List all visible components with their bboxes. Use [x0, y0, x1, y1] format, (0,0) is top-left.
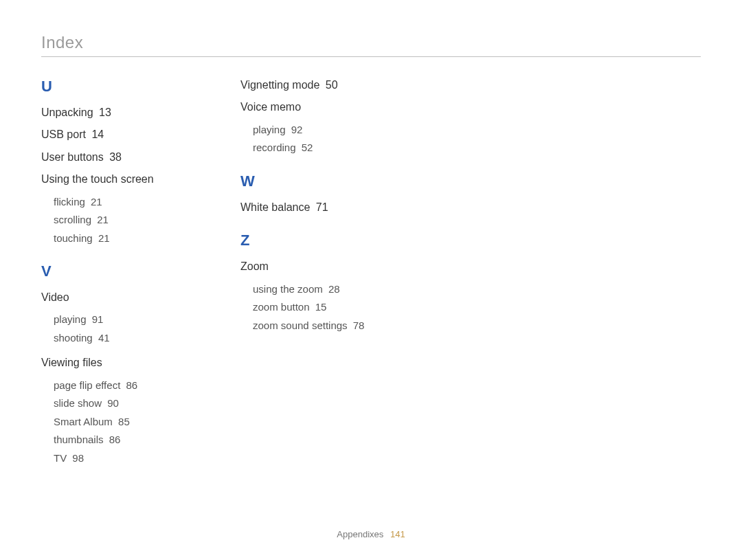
footer-page-number: 141: [390, 529, 405, 539]
subentry-page: 21: [91, 196, 102, 208]
subentry-label: thumbnails: [54, 434, 104, 445]
subentry-label: slide show: [54, 397, 102, 409]
index-entry-viewing-files: Viewing files: [41, 355, 199, 370]
index-entry-white-balance[interactable]: White balance 71: [240, 200, 398, 215]
subentry-using-zoom[interactable]: using the zoom 28: [253, 282, 398, 298]
subentry-zoom-sound[interactable]: zoom sound settings 78: [253, 318, 398, 334]
subentry-video-shooting[interactable]: shooting 41: [54, 331, 199, 346]
subentry-label: zoom sound settings: [253, 320, 348, 331]
entry-label: Zoom: [240, 260, 269, 272]
subentry-vm-playing[interactable]: playing 92: [253, 122, 398, 138]
subentry-page: 41: [98, 332, 110, 344]
subentry-page: 78: [353, 320, 365, 331]
entry-label: Viewing files: [41, 357, 102, 368]
column-1: U Unpacking 13 USB port 14 User buttons …: [41, 78, 199, 475]
entry-label: Unpacking: [41, 107, 93, 118]
page-footer: Appendixes 141: [0, 529, 742, 539]
subgroup-touch-screen: flicking 21 scrolling 21 touching 21: [41, 194, 199, 247]
subentry-label: using the zoom: [253, 283, 323, 295]
index-page: Index U Unpacking 13 USB port 14 User bu…: [0, 0, 742, 560]
index-entry-zoom: Zoom: [240, 259, 398, 274]
subentry-page: 15: [315, 301, 327, 313]
entry-page: 13: [99, 107, 111, 118]
entry-label: Vignetting mode: [240, 79, 319, 91]
subentry-label: page flip effect: [54, 379, 120, 391]
subentry-thumbnails[interactable]: thumbnails 86: [54, 432, 199, 448]
column-2: Vignetting mode 50 Voice memo playing 92…: [240, 78, 398, 475]
subentry-page: 92: [291, 124, 303, 135]
subentry-scrolling[interactable]: scrolling 21: [54, 212, 199, 228]
entry-page: 50: [326, 79, 338, 91]
subentry-label: TV: [54, 452, 67, 464]
index-entry-user-buttons[interactable]: User buttons 38: [41, 150, 199, 165]
subentry-label: playing: [253, 124, 286, 135]
subentry-page: 91: [92, 313, 104, 325]
subentry-page: 86: [109, 434, 121, 445]
subentry-label: scrolling: [54, 214, 91, 225]
subentry-label: recording: [253, 142, 296, 153]
entry-label: White balance: [240, 201, 310, 213]
subentry-label: zoom button: [253, 301, 310, 313]
entry-page: 14: [91, 128, 104, 140]
header-rule: [41, 56, 701, 57]
entry-label: Voice memo: [240, 101, 301, 113]
subentry-label: flicking: [54, 196, 85, 208]
subentry-page: 90: [107, 397, 119, 409]
subentry-flicking[interactable]: flicking 21: [54, 194, 199, 210]
entry-label: Using the touch screen: [41, 173, 154, 185]
subentry-label: touching: [54, 232, 93, 244]
subentry-page: 85: [118, 416, 130, 427]
index-entry-video: Video: [41, 290, 199, 305]
subentry-zoom-button[interactable]: zoom button 15: [253, 300, 398, 315]
subentry-label: playing: [54, 313, 87, 325]
subentry-page: 86: [126, 379, 137, 391]
entry-label: Video: [41, 291, 69, 303]
index-columns: U Unpacking 13 USB port 14 User buttons …: [41, 78, 701, 475]
subentry-page: 98: [72, 452, 84, 464]
subentry-page: 21: [98, 232, 110, 244]
subgroup-voice-memo: playing 92 recording 52: [240, 122, 398, 156]
subentry-smart-album[interactable]: Smart Album 85: [54, 414, 199, 430]
letter-heading-z: Z: [240, 232, 398, 249]
subentry-video-playing[interactable]: playing 91: [54, 312, 199, 328]
subentry-label: Smart Album: [54, 416, 113, 427]
index-entry-voice-memo: Voice memo: [240, 100, 398, 115]
subentry-touching[interactable]: touching 21: [54, 231, 199, 247]
letter-heading-u: U: [41, 78, 199, 96]
subgroup-viewing-files: page flip effect 86 slide show 90 Smart …: [41, 378, 199, 467]
entry-label: User buttons: [41, 151, 104, 163]
subentry-slide-show[interactable]: slide show 90: [54, 396, 199, 412]
letter-heading-w: W: [240, 172, 398, 190]
subentry-page: 28: [328, 283, 340, 295]
subentry-vm-recording[interactable]: recording 52: [253, 140, 398, 156]
entry-label: USB port: [41, 128, 86, 140]
index-entry-touch-screen: Using the touch screen: [41, 172, 199, 187]
entry-page: 71: [316, 201, 328, 213]
footer-section: Appendixes: [337, 529, 383, 539]
index-entry-vignetting[interactable]: Vignetting mode 50: [240, 78, 398, 93]
entry-page: 38: [109, 151, 122, 163]
subentry-page-flip[interactable]: page flip effect 86: [54, 378, 199, 394]
subentry-label: shooting: [54, 332, 93, 344]
subentry-page: 21: [97, 214, 109, 225]
index-entry-unpacking[interactable]: Unpacking 13: [41, 105, 199, 120]
page-title: Index: [41, 33, 701, 52]
subentry-tv[interactable]: TV 98: [54, 451, 199, 467]
index-entry-usb-port[interactable]: USB port 14: [41, 127, 199, 142]
subentry-page: 52: [302, 142, 313, 153]
subgroup-video: playing 91 shooting 41: [41, 312, 199, 346]
letter-heading-v: V: [41, 262, 199, 280]
subgroup-zoom: using the zoom 28 zoom button 15 zoom so…: [240, 282, 398, 334]
